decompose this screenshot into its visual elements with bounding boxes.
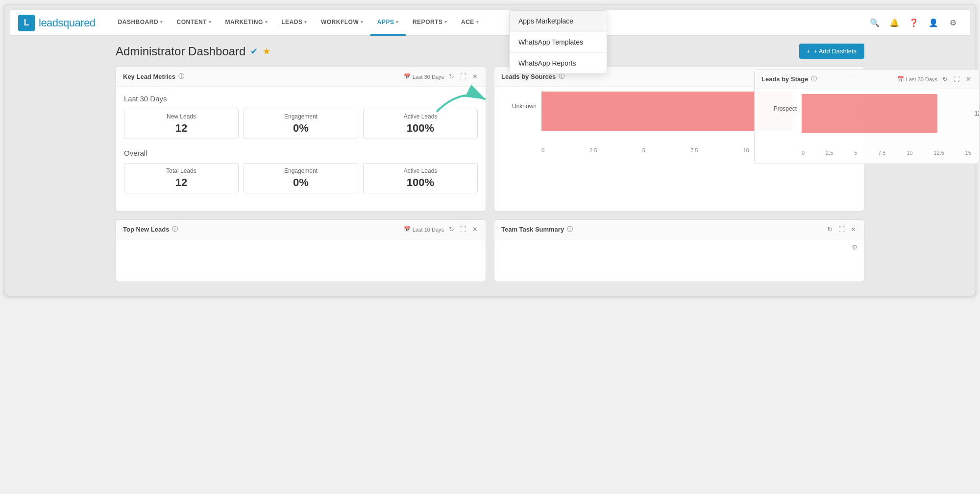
expand-button[interactable]: ⛶ (459, 225, 467, 234)
page-title-area: Administrator Dashboard ✔ ★ (116, 45, 270, 58)
expand-button[interactable]: ⛶ (837, 72, 846, 81)
nav-workflow[interactable]: WORKFLOW ▾ (314, 10, 370, 36)
date-range-indicator: 📅 Last 30 Days (404, 73, 444, 80)
bar-chart: Unknown 12 0 2.5 5 7 (502, 92, 856, 153)
period-engagement-value: 0% (250, 122, 352, 135)
whatsapp-reports-item[interactable]: WhatsApp Reports (510, 53, 607, 73)
nav-content[interactable]: CONTENT ▾ (170, 10, 219, 36)
new-leads-value: 12 (130, 122, 232, 135)
team-task-summary-dashlet: Team Task Summary ⓘ ↻ ⛶ ✕ ⚙ (494, 219, 864, 282)
period-active-leads-metric: Active Leads 100% (363, 109, 478, 139)
whatsapp-templates-item[interactable]: WhatsApp Templates (510, 32, 607, 53)
profile-button[interactable]: 👤 (925, 14, 942, 32)
settings-button[interactable]: ⚙ (944, 14, 962, 32)
nav-leads[interactable]: LEADS ▾ (274, 10, 314, 36)
close-button[interactable]: ✕ (850, 225, 857, 234)
date-range-indicator: 📅 Last 30 Days (782, 73, 822, 80)
refresh-button[interactable]: ↻ (448, 72, 455, 81)
dashboard-grid: Key Lead Metrics ⓘ 📅 Last 30 Days ↻ ⛶ ✕ (116, 67, 864, 212)
dashlet-controls: 📅 Last 10 Days ↻ ⛶ ✕ (404, 225, 479, 234)
overall-active-leads-value: 100% (369, 176, 471, 189)
chevron-down-icon: ▾ (444, 20, 447, 24)
dashlet-controls: 📅 Last 30 Days ↻ ⛶ ✕ (897, 74, 972, 84)
bottom-row: Top New Leads ⓘ 📅 Last 10 Days ↻ ⛶ ✕ (116, 219, 864, 282)
plus-icon: + (807, 47, 811, 55)
chevron-down-icon: ▾ (160, 20, 163, 24)
bar-value: 12 (859, 108, 864, 115)
nav-reports[interactable]: REPORTS ▾ (406, 10, 454, 36)
bar-track: 12 (541, 92, 856, 121)
top-new-leads-title: Top New Leads ⓘ (123, 225, 178, 234)
team-task-summary-header: Team Task Summary ⓘ ↻ ⛶ ✕ (494, 220, 864, 239)
info-icon: ⓘ (172, 225, 178, 234)
key-lead-metrics-title: Key Lead Metrics ⓘ (123, 72, 184, 81)
close-button[interactable]: ✕ (471, 72, 479, 81)
team-task-summary-title: Team Task Summary ⓘ (501, 225, 573, 234)
chevron-down-icon: ▾ (396, 20, 399, 24)
expand-button[interactable]: ⛶ (837, 225, 846, 234)
close-button[interactable]: ✕ (471, 225, 479, 234)
overall-engagement-metric: Engagement 0% (244, 163, 358, 193)
refresh-button[interactable]: ↻ (826, 225, 833, 234)
calendar-icon: 📅 (404, 73, 411, 80)
dashlet-controls: 📅 Last 30 Days ↻ ⛶ ✕ (782, 72, 857, 81)
key-lead-metrics-body: Last 30 Days New Leads 12 Engagement 0% (116, 87, 486, 211)
total-leads-metric: Total Leads 12 (124, 163, 239, 193)
overall-active-leads-metric: Active Leads 100% (363, 163, 478, 193)
calendar-icon: 📅 (404, 226, 411, 233)
nav-items: DASHBOARD ▾ CONTENT ▾ MARKETING ▾ LEADS … (111, 10, 866, 36)
team-task-summary-body (494, 252, 864, 282)
close-button[interactable]: ✕ (965, 74, 972, 84)
chevron-down-icon: ▾ (209, 20, 212, 24)
nav-icons: 🔍 🔔 ❓ 👤 ⚙ (866, 14, 962, 32)
bar-label: Unknown (502, 103, 541, 110)
top-navigation: L leadsquared DASHBOARD ▾ CONTENT ▾ MARK… (10, 10, 970, 36)
leads-by-sources-chart: Unknown 12 0 2.5 5 7 (494, 87, 864, 161)
x-axis: 0 2.5 5 7.5 10 12.5 15 (502, 147, 856, 153)
chevron-down-icon: ▾ (476, 20, 479, 24)
verified-icon: ✔ (250, 46, 258, 57)
overall-engagement-value: 0% (250, 176, 352, 189)
info-icon: ⓘ (567, 225, 573, 234)
overall-metrics-grid: Total Leads 12 Engagement 0% Active Lead… (124, 163, 478, 193)
expand-button[interactable]: ⛶ (953, 74, 961, 84)
gear-icon[interactable]: ⚙ (851, 242, 859, 252)
search-button[interactable]: 🔍 (866, 14, 883, 32)
period-metrics-grid: New Leads 12 Engagement 0% Active Leads … (124, 109, 478, 139)
help-button[interactable]: ❓ (905, 14, 923, 32)
total-leads-value: 12 (130, 176, 232, 189)
nav-dashboard[interactable]: DASHBOARD ▾ (111, 10, 170, 36)
top-new-leads-dashlet: Top New Leads ⓘ 📅 Last 10 Days ↻ ⛶ ✕ (116, 219, 486, 282)
nav-ace[interactable]: ACE ▾ (454, 10, 486, 36)
refresh-button[interactable]: ↻ (941, 74, 949, 84)
refresh-button[interactable]: ↻ (826, 72, 833, 81)
total-leads-label: Total Leads (130, 167, 232, 174)
overall-active-leads-label: Active Leads (369, 167, 471, 174)
chevron-down-icon: ▾ (265, 20, 268, 24)
apps-dropdown-menu: Apps Marketplace WhatsApp Templates What… (509, 10, 607, 74)
new-leads-metric: New Leads 12 (124, 109, 239, 139)
expand-button[interactable]: ⛶ (459, 72, 467, 81)
key-lead-metrics-header: Key Lead Metrics ⓘ 📅 Last 30 Days ↻ ⛶ ✕ (116, 67, 486, 87)
favorite-icon[interactable]: ★ (263, 46, 270, 57)
info-icon: ⓘ (178, 72, 184, 81)
close-button[interactable]: ✕ (850, 72, 857, 81)
nav-marketing[interactable]: MARKETING ▾ (219, 10, 275, 36)
key-lead-metrics-dashlet: Key Lead Metrics ⓘ 📅 Last 30 Days ↻ ⛶ ✕ (116, 67, 486, 212)
new-leads-label: New Leads (130, 113, 232, 120)
logo[interactable]: L leadsquared (18, 15, 96, 31)
notifications-button[interactable]: 🔔 (885, 14, 903, 32)
date-range-indicator: 📅 Last 30 Days (897, 76, 937, 82)
refresh-button[interactable]: ↻ (448, 225, 455, 234)
apps-marketplace-item[interactable]: Apps Marketplace (510, 11, 607, 32)
page-header: Administrator Dashboard ✔ ★ + + Add Dash… (116, 44, 864, 59)
period-active-leads-value: 100% (369, 122, 471, 135)
add-dashlets-button[interactable]: + + Add Dashlets (799, 44, 864, 59)
page-title: Administrator Dashboard (116, 45, 245, 58)
period-active-leads-label: Active Leads (369, 113, 471, 120)
overall-engagement-label: Engagement (250, 167, 352, 174)
nav-apps[interactable]: APPS ▾ (370, 10, 406, 36)
chart-row: Unknown 12 (502, 92, 856, 121)
chevron-down-icon: ▾ (361, 20, 364, 24)
dashlet-controls: ↻ ⛶ ✕ (826, 225, 857, 234)
